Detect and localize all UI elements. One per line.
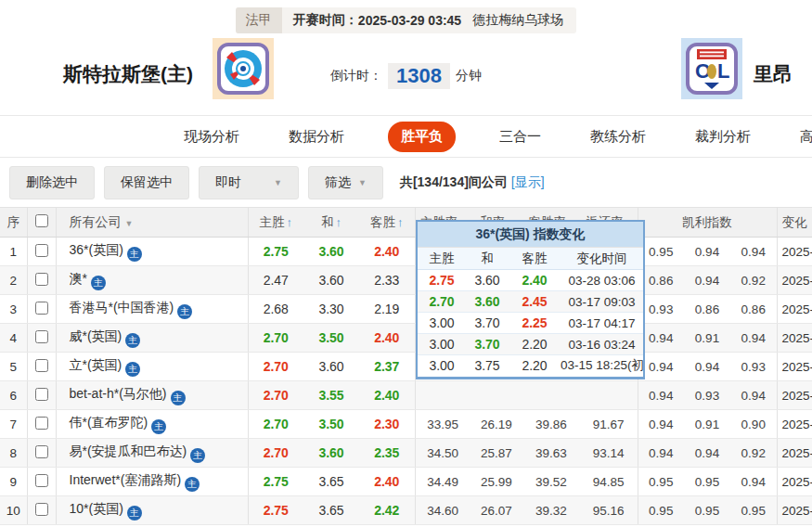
kelly-home-cell: 0.94 [638, 410, 684, 439]
keep-selected-button[interactable]: 保留选中 [104, 166, 189, 199]
popup-home-odds: 2.75 [418, 270, 466, 291]
away-odds-cell[interactable]: 2.37 [359, 353, 415, 381]
time-filter-dropdown[interactable]: 即时▼ [199, 166, 299, 199]
home-badge-icon: 主 [185, 477, 200, 492]
away-odds-cell[interactable]: 2.40 [359, 381, 415, 410]
kelly-away-cell: 0.94 [730, 324, 777, 353]
tab-live-analysis[interactable]: 现场分析 [178, 122, 245, 152]
company-cell[interactable]: 易*(安提瓜和巴布达)主 [56, 439, 248, 468]
away-odds-cell[interactable]: 2.30 [359, 410, 415, 439]
kelly-draw-cell: 0.95 [684, 468, 730, 496]
home-badge-icon: 主 [125, 362, 140, 377]
row-checkbox[interactable] [35, 474, 48, 487]
company-cell[interactable]: 威*(英国)主 [56, 324, 248, 353]
tab-three-in-one[interactable]: 三合一 [494, 122, 547, 152]
row-checkbox[interactable] [35, 503, 48, 516]
chevron-down-icon: ▼ [274, 178, 282, 187]
row-checkbox[interactable] [35, 417, 48, 430]
row-checkbox[interactable] [35, 359, 48, 372]
kickoff-label: 开赛时间： [293, 12, 358, 29]
home-odds-cell[interactable]: 2.75 [248, 468, 303, 496]
draw-odds-cell[interactable]: 3.60 [303, 238, 359, 266]
popup-row: 2.703.602.4503-17 09:03 [418, 291, 643, 313]
col-index: 序 [0, 208, 27, 238]
home-odds-cell[interactable]: 2.70 [248, 324, 303, 353]
company-cell[interactable]: 36*(英国)主 [56, 238, 248, 266]
show-link[interactable]: [显示] [511, 174, 545, 189]
away-rate-cell: 39.63 [522, 439, 580, 468]
company-cell[interactable]: 澳*主 [56, 266, 248, 295]
table-row: 9Interwet*(塞浦路斯)主2.753.652.4034.4925.993… [0, 468, 812, 496]
row-checkbox[interactable] [35, 273, 48, 286]
away-rate-cell [522, 381, 580, 410]
match-info-bar: 法甲 开赛时间： 2025-03-29 03:45 德拉梅纳乌球场 [0, 0, 812, 33]
company-cell[interactable]: Interwet*(塞浦路斯)主 [56, 468, 248, 496]
away-odds-cell[interactable]: 2.33 [359, 266, 415, 295]
home-badge-icon: 主 [127, 247, 142, 262]
popup-col-draw: 和 [466, 248, 509, 270]
home-odds-cell[interactable]: 2.47 [248, 266, 303, 295]
home-odds-cell[interactable]: 2.70 [248, 381, 303, 410]
home-odds-cell[interactable]: 2.70 [248, 353, 303, 381]
company-cell[interactable]: bet-at-h*(马尔他)主 [56, 381, 248, 410]
row-index: 2 [0, 266, 27, 295]
teams-header: 斯特拉斯堡(主) 倒计时：1308分钟 O L [0, 33, 812, 115]
row-checkbox[interactable] [35, 330, 48, 343]
tab-coach-analysis[interactable]: 教练分析 [585, 122, 651, 152]
home-odds-cell[interactable]: 2.75 [248, 496, 303, 525]
away-odds-cell[interactable]: 2.19 [359, 295, 415, 324]
company-cell[interactable]: 香港马*(中国香港)主 [56, 295, 248, 324]
tab-data-analysis[interactable]: 数据分析 [283, 122, 350, 152]
row-index: 4 [0, 324, 27, 353]
col-draw[interactable]: 和↑ [303, 208, 359, 238]
analysis-tabs: 现场分析 数据分析 胜平负 三合一 教练分析 裁判分析 高手推荐 [0, 115, 812, 158]
delete-selected-button[interactable]: 删除选中 [9, 166, 95, 199]
tab-win-draw-lose[interactable]: 胜平负 [388, 122, 456, 152]
home-odds-cell[interactable]: 2.75 [248, 238, 303, 266]
draw-odds-cell[interactable]: 3.50 [303, 324, 359, 353]
draw-odds-cell[interactable]: 3.60 [303, 439, 359, 468]
row-checkbox-cell [27, 266, 56, 295]
change-time-cell: 2025-0 [777, 439, 812, 468]
away-rate-cell: 39.32 [522, 496, 580, 525]
tab-expert-picks[interactable]: 高手推荐 [794, 122, 812, 152]
draw-odds-cell[interactable]: 3.65 [303, 496, 359, 525]
away-odds-cell[interactable]: 2.40 [359, 324, 415, 353]
away-odds-cell[interactable]: 2.40 [359, 468, 415, 496]
col-away-win[interactable]: 客胜↑ [359, 208, 415, 238]
away-odds-cell[interactable]: 2.35 [359, 439, 415, 468]
draw-odds-cell[interactable]: 3.55 [303, 381, 359, 410]
draw-odds-cell[interactable]: 3.30 [303, 295, 359, 324]
home-rate-cell [415, 381, 470, 410]
row-checkbox[interactable] [35, 388, 48, 401]
filter-dropdown[interactable]: 筛选▼ [308, 166, 383, 199]
draw-odds-cell[interactable]: 3.50 [303, 410, 359, 439]
return-rate-cell: 94.85 [580, 468, 638, 496]
away-team-name: 里昂 [754, 61, 793, 87]
company-cell[interactable]: 立*(英国)主 [56, 353, 248, 381]
row-checkbox[interactable] [35, 302, 48, 315]
away-odds-cell[interactable]: 2.40 [359, 238, 415, 266]
draw-odds-cell[interactable]: 3.60 [303, 266, 359, 295]
row-checkbox[interactable] [35, 244, 48, 257]
odds-table-wrap: 序 所有公司▼ 主胜↑ 和↑ 客胜↑ 主胜率↑ 和率↑ 客胜率↑ 返还率↑ 凯利… [0, 207, 812, 525]
tab-referee-analysis[interactable]: 裁判分析 [690, 122, 756, 152]
league-tag: 法甲 [236, 7, 282, 33]
draw-odds-cell[interactable]: 3.60 [303, 353, 359, 381]
col-company[interactable]: 所有公司▼ [56, 208, 248, 238]
home-odds-cell[interactable]: 2.70 [248, 410, 303, 439]
row-checkbox[interactable] [35, 445, 48, 458]
row-checkbox-cell [27, 381, 56, 410]
kelly-draw-cell: 0.91 [684, 410, 730, 439]
away-odds-cell[interactable]: 2.42 [359, 496, 415, 525]
home-rate-cell: 34.50 [415, 439, 470, 468]
return-rate-cell: 93.14 [580, 439, 638, 468]
draw-odds-cell[interactable]: 3.65 [303, 468, 359, 496]
col-home-win[interactable]: 主胜↑ [248, 208, 303, 238]
table-row: 136*(英国)主2.753.602.400.950.940.942025-0 [0, 238, 812, 266]
select-all-checkbox[interactable] [35, 214, 48, 227]
home-odds-cell[interactable]: 2.68 [248, 295, 303, 324]
company-cell[interactable]: 伟*(直布罗陀)主 [56, 410, 248, 439]
home-odds-cell[interactable]: 2.70 [248, 439, 303, 468]
company-cell[interactable]: 10*(英国)主 [56, 496, 248, 525]
